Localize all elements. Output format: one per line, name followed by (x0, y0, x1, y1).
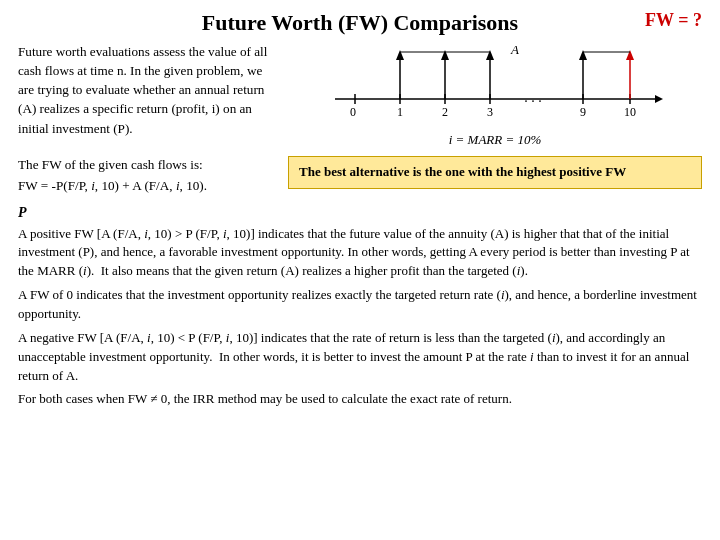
svg-text:9: 9 (580, 105, 586, 119)
cash-flow-diagram: 0 1 2 3 . . . 9 10 (288, 44, 702, 128)
svg-text:2: 2 (442, 105, 448, 119)
svg-marker-1 (655, 95, 663, 103)
svg-text:A: A (510, 44, 519, 57)
paragraph-2: A FW of 0 indicates that the investment … (18, 286, 702, 324)
fw-of-given-label: The FW of the given cash flows is: (18, 154, 278, 175)
p-label: P (18, 202, 278, 224)
svg-text:10: 10 (624, 105, 636, 119)
body-paragraphs: A positive FW [A (F/A, i, 10) > P (F/P, … (18, 225, 702, 410)
title-text: Future Worth (FW) Comparisons (202, 10, 518, 35)
marr-text: i = MARR = 10% (288, 132, 702, 148)
page-title: Future Worth (FW) Comparisons FW = ? (18, 10, 702, 36)
best-alternative-box: The best alternative is the one with the… (288, 156, 702, 189)
paragraph-4: For both cases when FW ≠ 0, the IRR meth… (18, 390, 702, 409)
diagram-svg: 0 1 2 3 . . . 9 10 (288, 44, 702, 124)
diagram-area: 0 1 2 3 . . . 9 10 (288, 42, 702, 148)
fw-formula-text: FW = -P(F/P, i, 10) + A (F/A, i, 10). (18, 175, 278, 196)
svg-text:0: 0 (350, 105, 356, 119)
fw-formula-col: The FW of the given cash flows is: FW = … (18, 154, 278, 225)
svg-text:3: 3 (487, 105, 493, 119)
top-description: Future worth evaluations assess the valu… (18, 42, 278, 148)
svg-text:. . .: . . . (524, 90, 542, 105)
fw-label: FW = ? (645, 10, 702, 31)
paragraph-1: A positive FW [A (F/A, i, 10) > P (F/P, … (18, 225, 702, 282)
paragraph-3: A negative FW [A (F/A, i, 10) < P (F/P, … (18, 329, 702, 386)
svg-text:1: 1 (397, 105, 403, 119)
